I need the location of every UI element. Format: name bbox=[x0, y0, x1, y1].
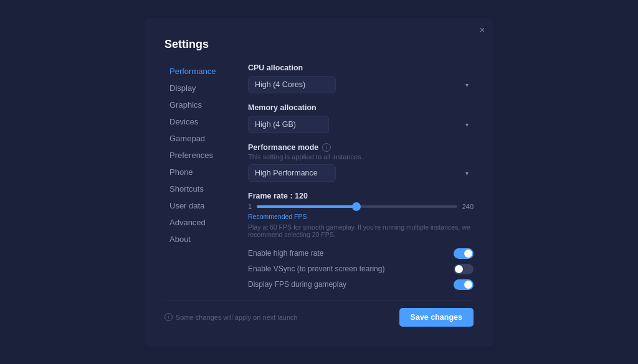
toggle-row-1: Enable high frame rate bbox=[248, 248, 474, 259]
slider-min-label: 1 bbox=[248, 203, 252, 210]
sidebar-item-shortcuts[interactable]: Shortcuts bbox=[164, 181, 233, 197]
cpu-allocation-label: CPU allocation bbox=[248, 63, 474, 72]
toggle-row-2: Enable VSync (to prevent screen tearing) bbox=[248, 264, 474, 274]
sidebar-item-gamepad[interactable]: Gamepad bbox=[164, 131, 233, 146]
toggle2-knob bbox=[455, 265, 463, 273]
sidebar-item-display[interactable]: Display bbox=[164, 80, 233, 96]
performance-mode-label: Performance mode bbox=[248, 143, 318, 152]
toggle-row-3: Display FPS during gameplay bbox=[248, 279, 474, 290]
toggle2-label: Enable VSync (to prevent screen tearing) bbox=[248, 264, 384, 273]
perf-mode-select-arrow-icon: ▾ bbox=[465, 169, 469, 176]
cpu-select[interactable]: High (4 Cores) Medium (2 Cores) Low (1 C… bbox=[248, 76, 336, 93]
toggle2[interactable] bbox=[454, 264, 474, 274]
cpu-allocation-group: CPU allocation High (4 Cores) Medium (2 … bbox=[248, 63, 474, 93]
frame-rate-group: Frame rate : 120 1 240 Recommended FPS P… bbox=[248, 192, 474, 238]
footer-note-text: Some changes will apply on next launch bbox=[176, 314, 298, 321]
sidebar-item-graphics[interactable]: Graphics bbox=[164, 97, 233, 113]
memory-select[interactable]: High (4 GB) Medium (2 GB) Low (1 GB) bbox=[248, 116, 329, 133]
frame-rate-label: Frame rate : 120 bbox=[248, 192, 474, 200]
memory-allocation-label: Memory allocation bbox=[248, 103, 474, 112]
settings-content: CPU allocation High (4 Cores) Medium (2 … bbox=[248, 63, 474, 290]
toggle3-knob bbox=[464, 281, 472, 289]
performance-mode-sub: This setting is applied to all instances… bbox=[248, 153, 474, 161]
sidebar-item-phone[interactable]: Phone bbox=[164, 164, 233, 180]
sidebar-item-user-data[interactable]: User data bbox=[164, 198, 233, 213]
footer: i Some changes will apply on next launch… bbox=[164, 300, 474, 327]
recommended-fps-label: Recommended FPS bbox=[248, 213, 474, 220]
toggle-group: Enable high frame rate Enable VSync (to … bbox=[248, 248, 474, 290]
save-button[interactable]: Save changes bbox=[399, 308, 474, 327]
sidebar-item-preferences[interactable]: Preferences bbox=[164, 147, 233, 163]
toggle1[interactable] bbox=[454, 248, 474, 259]
toggle1-knob bbox=[464, 250, 472, 258]
sidebar-item-about[interactable]: About bbox=[164, 231, 233, 247]
sidebar-item-advanced[interactable]: Advanced bbox=[164, 215, 233, 230]
footer-note: i Some changes will apply on next launch bbox=[164, 313, 298, 321]
memory-allocation-group: Memory allocation High (4 GB) Medium (2 … bbox=[248, 103, 474, 133]
performance-mode-select-wrapper: High Performance Balanced Power Saver ▾ bbox=[248, 164, 474, 182]
memory-select-arrow-icon: ▾ bbox=[465, 121, 469, 128]
cpu-select-wrapper: High (4 Cores) Medium (2 Cores) Low (1 C… bbox=[248, 76, 474, 93]
performance-mode-select[interactable]: High Performance Balanced Power Saver bbox=[248, 164, 336, 182]
sidebar-item-performance[interactable]: Performance bbox=[164, 63, 233, 79]
slider-container: 1 240 bbox=[248, 203, 474, 210]
cpu-select-arrow-icon: ▾ bbox=[465, 81, 469, 88]
close-button[interactable]: × bbox=[480, 26, 485, 34]
slider-max-label: 240 bbox=[462, 203, 474, 210]
performance-mode-group: Performance mode i This setting is appli… bbox=[248, 143, 474, 182]
modal-body: Performance Display Graphics Devices Gam… bbox=[164, 63, 474, 290]
recommended-fps-desc: Play at 60 FPS for smooth gameplay. If y… bbox=[248, 223, 474, 238]
modal-title: Settings bbox=[164, 38, 474, 51]
memory-select-wrapper: High (4 GB) Medium (2 GB) Low (1 GB) ▾ bbox=[248, 116, 474, 133]
performance-mode-info-icon: i bbox=[322, 143, 331, 152]
frame-rate-slider[interactable] bbox=[257, 205, 457, 208]
toggle1-label: Enable high frame rate bbox=[248, 249, 323, 258]
performance-mode-label-row: Performance mode i bbox=[248, 143, 474, 152]
sidebar: Performance Display Graphics Devices Gam… bbox=[164, 63, 233, 290]
toggle3-label: Display FPS during gameplay bbox=[248, 280, 346, 289]
sidebar-item-devices[interactable]: Devices bbox=[164, 114, 233, 129]
settings-modal: × Settings Performance Display Graphics … bbox=[145, 18, 493, 347]
toggle3[interactable] bbox=[454, 279, 474, 290]
footer-info-icon: i bbox=[164, 313, 173, 321]
